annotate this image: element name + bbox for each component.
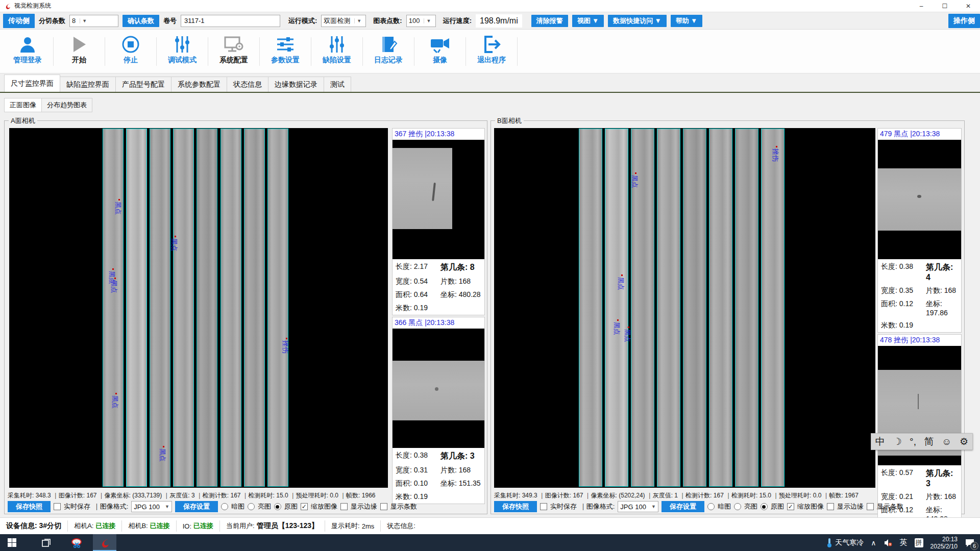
log-record-button[interactable]: 日志记录 [366, 33, 411, 70]
save-settings-button[interactable]: 保存设置 [175, 501, 218, 512]
vision-app-taskbar-button[interactable] [93, 534, 116, 551]
tab-product-model[interactable]: 产品型号配置 [115, 77, 172, 92]
show-strips-checkbox[interactable] [867, 503, 874, 510]
camera-a-image: 黑点黑点黑点黑点挫伤黑点黑点 [9, 128, 388, 488]
roll-number-input[interactable]: 3117-1 [181, 15, 280, 27]
original-image-radio[interactable] [274, 503, 281, 510]
view-menu-button[interactable]: 视图 ▼ [572, 15, 604, 27]
save-snapshot-button[interactable]: 保存快照 [8, 501, 51, 512]
tab-status-info[interactable]: 状态信息 [227, 77, 268, 92]
chart-points-select[interactable]: 100▼ [406, 15, 436, 27]
film-strip [220, 129, 241, 487]
film-strip [683, 129, 706, 487]
system-config-button[interactable]: 系统配置 [211, 33, 256, 70]
stat-pieces: 片数: 168 [926, 286, 958, 295]
help-menu-button[interactable]: 帮助 ▼ [671, 15, 702, 27]
exit-icon [482, 33, 501, 54]
tool-label: 开始 [72, 56, 86, 65]
show-strips-checkbox[interactable] [380, 503, 387, 510]
gear-icon[interactable]: ⚙ [960, 436, 968, 447]
divider [208, 37, 208, 66]
original-image-label: 原图 [284, 502, 298, 511]
image-format-select[interactable]: JPG 100▼ [131, 501, 172, 512]
stat-length: 长度: 0.38 [396, 451, 440, 462]
drive-side-button[interactable]: 传动侧 [3, 14, 35, 28]
realtime-save-checkbox[interactable] [54, 503, 61, 510]
realtime-save-checkbox[interactable] [540, 503, 547, 510]
save-snapshot-button[interactable]: 保存快照 [494, 501, 537, 512]
original-image-radio[interactable] [761, 503, 768, 510]
tab-test[interactable]: 测试 [324, 77, 351, 92]
tab-defect-monitor[interactable]: 缺陷监控界面 [60, 77, 116, 92]
start-menu-button[interactable] [0, 534, 23, 551]
bright-image-radio[interactable] [248, 503, 255, 510]
chevron-down-icon: ▼ [651, 504, 656, 509]
show-edge-label: 显示边缘 [351, 502, 377, 511]
tray-expand-button[interactable]: ∧ [871, 539, 876, 547]
login-button[interactable]: 管理登录 [5, 33, 50, 70]
zoom-image-label: 缩放图像 [797, 502, 824, 511]
slit-count-select[interactable]: 8▼ [69, 15, 118, 27]
tool-label: 日志记录 [374, 56, 403, 65]
start-button[interactable]: 开始 [57, 33, 102, 70]
defect-stats: 长度: 2.17第几条: 8 宽度: 0.54片数: 168 面积: 0.64坐… [393, 259, 484, 315]
moon-icon[interactable]: ☽ [893, 436, 901, 447]
tab-system-params[interactable]: 系统参数配置 [171, 77, 227, 92]
operate-side-button[interactable]: 操作侧 [948, 14, 980, 28]
simplified-mode[interactable]: 简 [924, 435, 934, 448]
bright-image-radio[interactable] [734, 503, 741, 510]
minimize-button[interactable]: – [910, 0, 933, 12]
defect-marker: 黑点 [623, 329, 632, 342]
show-edge-checkbox[interactable] [827, 503, 834, 510]
run-mode-label: 运行模式: [288, 16, 317, 26]
exit-program-button[interactable]: 退出程序 [469, 33, 514, 70]
icon-toolbar: 管理登录 开始 停止 调试模式 系统配置 参数设置 缺陷设置 日志记录 摄像 退… [0, 30, 980, 73]
run-mode-value: 双面检测 [324, 16, 350, 26]
snipping-tool-button[interactable] [65, 534, 89, 551]
emoji-icon[interactable]: ☺ [942, 436, 951, 447]
save-settings-button[interactable]: 保存设置 [662, 501, 704, 512]
debug-mode-button[interactable]: 调试模式 [160, 33, 205, 70]
dark-image-radio[interactable] [221, 503, 228, 510]
stat-meters: 米数: 0.19 [396, 304, 440, 313]
defect-settings-button[interactable]: 缺陷设置 [314, 33, 359, 70]
chevron-down-icon: ▼ [354, 18, 361, 23]
weather-indicator[interactable]: 天气寒冷 [826, 538, 864, 548]
film-strip [605, 129, 628, 487]
image-format-label: ｜图像格式: [580, 502, 615, 511]
tab-edge-data[interactable]: 边缘数据记录 [268, 77, 324, 92]
tab-size-monitor[interactable]: 尺寸监控界面 [4, 74, 60, 92]
punctuation-mode-icon[interactable]: °, [910, 436, 916, 447]
ime-chinese-mode[interactable]: 中 [875, 435, 885, 448]
device-info: 设备信息: 3#分切 [6, 521, 61, 531]
show-edge-checkbox[interactable] [340, 503, 348, 510]
tool-label: 退出程序 [477, 56, 506, 65]
language-indicator[interactable]: 英 [900, 538, 908, 547]
clear-alarm-button[interactable]: 清除报警 [531, 15, 568, 27]
confirm-count-button[interactable]: 确认条数 [122, 15, 159, 27]
task-view-button[interactable] [35, 534, 58, 551]
stat-area: 面积: 0.12 [881, 299, 926, 317]
capture-button[interactable]: 摄像 [418, 33, 462, 70]
run-mode-select[interactable]: 双面检测▼ [321, 15, 366, 27]
ime-indicator[interactable]: 拼 [915, 538, 923, 547]
subtab-trend-chart[interactable]: 分布趋势图表 [41, 98, 92, 112]
defect-header: 478 挫伤 |20:13:38 [878, 335, 961, 346]
clock[interactable]: 20:13 2025/2/10 [930, 536, 958, 550]
camera-a-status-line: 采集耗时: 348.3 ｜图像计数: 167 ｜像素坐标: (333,7139)… [8, 491, 375, 500]
zoom-image-checkbox[interactable]: ✓ [787, 503, 794, 510]
maximize-button[interactable]: ☐ [933, 0, 957, 12]
close-button[interactable]: ✕ [957, 0, 980, 12]
image-format-select[interactable]: JPG 100▼ [618, 501, 658, 512]
parameter-settings-button[interactable]: 参数设置 [263, 33, 308, 70]
data-quick-access-button[interactable]: 数据快捷访问 ▼ [608, 15, 666, 27]
notification-center-button[interactable]: 6 [965, 538, 975, 547]
stop-button[interactable]: 停止 [108, 33, 153, 70]
zoom-image-checkbox[interactable]: ✓ [301, 503, 308, 510]
subtab-front-image[interactable]: 正面图像 [4, 98, 42, 112]
dark-image-radio[interactable] [707, 503, 715, 510]
defect-mark [435, 387, 438, 391]
film-strip [150, 129, 170, 487]
zoom-image-label: 缩放图像 [311, 502, 337, 511]
volume-muted-icon[interactable] [884, 539, 893, 547]
